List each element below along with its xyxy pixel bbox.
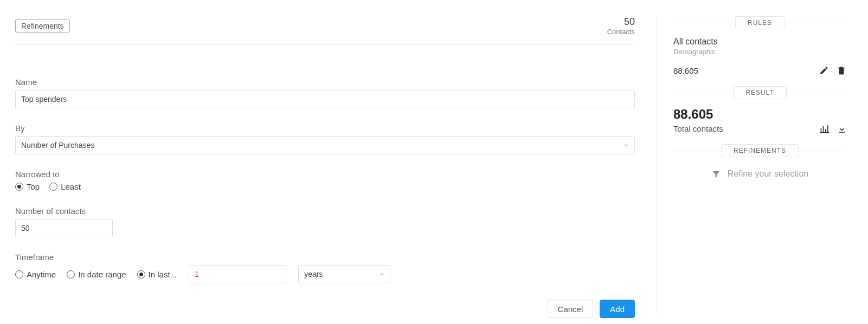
- trash-icon[interactable]: [837, 66, 846, 75]
- name-label: Name: [15, 77, 635, 87]
- pencil-icon[interactable]: [819, 66, 829, 75]
- refinements-tag: Refinements: [15, 20, 70, 33]
- result-section-header: RESULT: [673, 86, 846, 99]
- radio-anytime[interactable]: Anytime: [15, 270, 56, 279]
- radio-inlast-label: In last...: [149, 270, 177, 279]
- inlast-unit-select[interactable]: [298, 265, 390, 283]
- contacts-label: Contacts: [607, 28, 635, 36]
- radio-least[interactable]: Least: [49, 182, 81, 191]
- radio-top-label: Top: [27, 182, 40, 191]
- radio-in-last[interactable]: In last...: [137, 270, 177, 279]
- contacts-count: 50: [607, 16, 635, 28]
- inlast-value-input[interactable]: [189, 265, 286, 283]
- chart-icon[interactable]: [819, 124, 829, 133]
- rule-subtitle: Demographic: [673, 48, 846, 56]
- filter-icon: [711, 169, 721, 179]
- by-select[interactable]: [15, 136, 635, 154]
- refine-hint: Refine your selection: [673, 169, 846, 179]
- rule-title: All contacts: [673, 37, 846, 47]
- add-button[interactable]: Add: [600, 300, 635, 318]
- radio-icon: [15, 270, 23, 278]
- result-label: Total contacts: [673, 124, 723, 133]
- result-count: 88.605: [673, 107, 723, 122]
- rule-count: 88.605: [673, 66, 698, 75]
- refinements-section-header: REFINEMENTS: [673, 144, 846, 157]
- narrowed-label: Narrowed to: [15, 170, 635, 179]
- by-label: By: [15, 124, 635, 133]
- rules-pill: RULES: [735, 16, 785, 29]
- radio-icon: [49, 183, 57, 191]
- num-contacts-label: Number of contacts: [15, 206, 635, 216]
- radio-icon: [137, 270, 145, 278]
- radio-top[interactable]: Top: [15, 182, 40, 191]
- refinements-pill: REFINEMENTS: [721, 144, 799, 157]
- rules-section-header: RULES: [673, 16, 846, 29]
- timeframe-label: Timeframe: [15, 252, 635, 262]
- download-icon[interactable]: [837, 124, 846, 133]
- name-input[interactable]: [15, 90, 635, 108]
- radio-least-label: Least: [61, 182, 81, 191]
- radio-icon: [15, 183, 23, 191]
- radio-in-date-range[interactable]: In date range: [67, 270, 126, 279]
- radio-anytime-label: Anytime: [27, 270, 56, 279]
- contacts-summary: 50 Contacts: [607, 16, 635, 36]
- cancel-button[interactable]: Cancel: [548, 300, 594, 318]
- result-pill: RESULT: [733, 86, 786, 99]
- refine-hint-text: Refine your selection: [728, 169, 808, 179]
- num-contacts-input[interactable]: [15, 219, 113, 237]
- radio-range-label: In date range: [78, 270, 126, 279]
- radio-icon: [67, 270, 75, 278]
